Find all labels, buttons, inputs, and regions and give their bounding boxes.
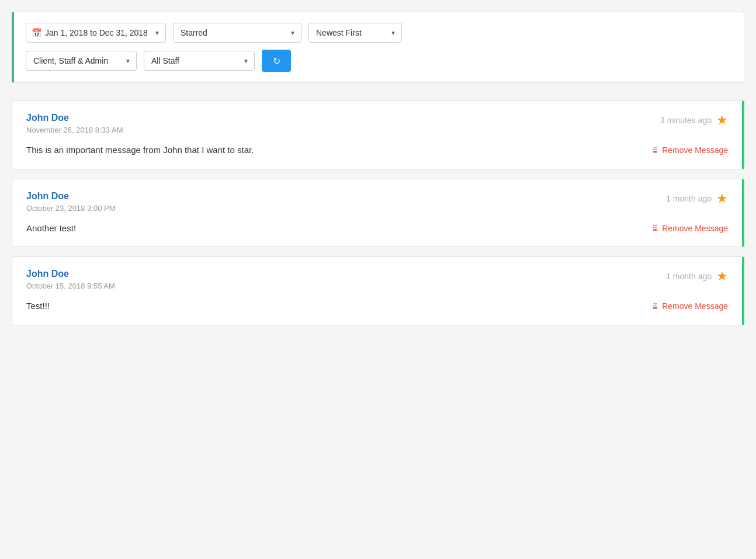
starred-wrapper: Starred All Messages Unstarred (173, 23, 301, 43)
message-card: John Doe October 23, 2018 3:00 PM 1 mont… (12, 179, 744, 248)
message-header: John Doe October 23, 2018 3:00 PM 1 mont… (26, 191, 728, 213)
message-footer: This is an important message from John t… (26, 144, 728, 157)
message-card: John Doe October 15, 2018 9:55 AM 1 mont… (12, 256, 744, 325)
message-author-section: John Doe October 23, 2018 3:00 PM (26, 191, 115, 213)
time-ago: 1 month ago (666, 194, 712, 203)
message-footer: Another test! ⩰ Remove Message (26, 222, 728, 235)
message-author-section: John Doe November 26, 2018 8:33 AM (26, 113, 123, 134)
remove-message-button[interactable]: ⩰ Remove Message (653, 222, 728, 234)
message-author-section: John Doe October 15, 2018 9:55 AM (26, 269, 115, 290)
remove-message-button[interactable]: ⩰ Remove Message (653, 300, 728, 313)
time-ago: 1 month ago (666, 272, 712, 281)
message-header: John Doe October 15, 2018 9:55 AM 1 mont… (26, 269, 728, 290)
message-footer: Test!!! ⩰ Remove Message (26, 300, 728, 313)
message-meta: 1 month ago ★ (666, 191, 728, 206)
remove-icon: ⩰ (653, 222, 658, 234)
role-wrapper: Client, Staff & Admin Client Staff Admin (26, 51, 137, 71)
date-range-select[interactable]: Jan 1, 2018 to Dec 31, 2018 (26, 23, 166, 43)
messages-list: John Doe November 26, 2018 8:33 AM 3 min… (12, 100, 744, 325)
message-date: October 23, 2018 3:00 PM (26, 204, 115, 213)
remove-icon: ⩰ (653, 300, 658, 313)
author-name: John Doe (26, 191, 115, 202)
star-icon[interactable]: ★ (716, 269, 728, 284)
sort-wrapper: Newest First Oldest First (308, 23, 402, 43)
author-name: John Doe (26, 113, 123, 123)
message-date: November 26, 2018 8:33 AM (26, 126, 123, 134)
message-text: Another test! (26, 222, 76, 235)
author-name: John Doe (26, 269, 115, 279)
star-icon[interactable]: ★ (716, 191, 728, 206)
staff-wrapper: All Staff (144, 51, 255, 71)
remove-message-label: Remove Message (662, 145, 728, 155)
remove-message-label: Remove Message (662, 301, 728, 311)
message-date: October 15, 2018 9:55 AM (26, 282, 115, 290)
message-meta: 3 minutes ago ★ (660, 113, 728, 128)
filter-row-1: 📅 Jan 1, 2018 to Dec 31, 2018 Starred Al… (26, 23, 732, 43)
remove-message-label: Remove Message (662, 224, 728, 233)
message-header: John Doe November 26, 2018 8:33 AM 3 min… (26, 113, 728, 134)
message-card: John Doe November 26, 2018 8:33 AM 3 min… (12, 100, 744, 169)
sort-select[interactable]: Newest First Oldest First (308, 23, 402, 43)
message-text: Test!!! (26, 300, 50, 313)
starred-select[interactable]: Starred All Messages Unstarred (173, 23, 301, 43)
remove-message-button[interactable]: ⩰ Remove Message (653, 144, 728, 157)
remove-icon: ⩰ (653, 144, 658, 157)
staff-select[interactable]: All Staff (144, 51, 255, 71)
filter-row-2: Client, Staff & Admin Client Staff Admin… (26, 50, 732, 72)
refresh-button[interactable]: ↻ (262, 50, 291, 72)
star-icon[interactable]: ★ (716, 113, 728, 128)
filter-panel: 📅 Jan 1, 2018 to Dec 31, 2018 Starred Al… (12, 12, 744, 83)
message-text: This is an important message from John t… (26, 144, 254, 157)
date-range-wrapper: 📅 Jan 1, 2018 to Dec 31, 2018 (26, 23, 166, 43)
refresh-icon: ↻ (273, 55, 280, 67)
message-meta: 1 month ago ★ (666, 269, 728, 284)
time-ago: 3 minutes ago (660, 116, 712, 125)
role-select[interactable]: Client, Staff & Admin Client Staff Admin (26, 51, 137, 71)
